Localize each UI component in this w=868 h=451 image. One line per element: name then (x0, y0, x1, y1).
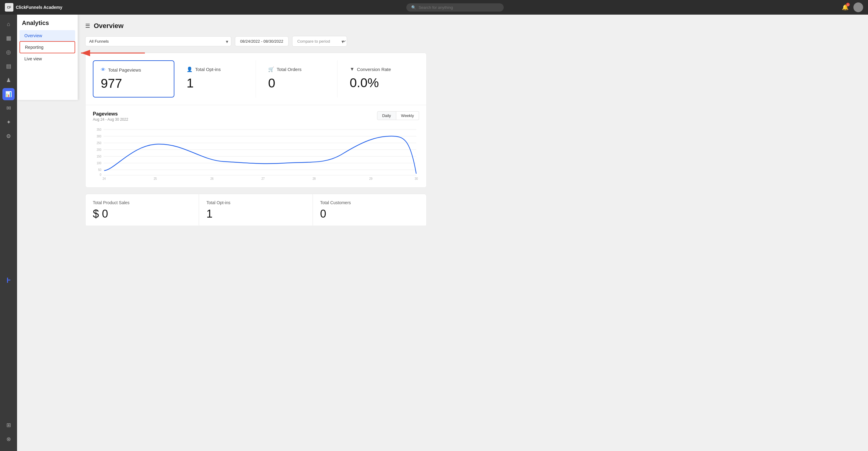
search-input[interactable] (418, 5, 434, 10)
svg-text:200: 200 (96, 148, 101, 151)
svg-text:0: 0 (100, 173, 101, 176)
bottom-card-value-sales: $ 0 (93, 207, 191, 220)
stat-card-conversion[interactable]: ▼ Conversion Rate 0.0% (338, 60, 419, 97)
chart-line (104, 136, 416, 174)
bottom-card-sales: Total Product Sales $ 0 (86, 194, 199, 225)
bottom-card-value-optins: 1 (206, 207, 305, 220)
analytics-card: 👁 Total Pageviews 977 👤 Total Opt-ins 1 … (85, 53, 427, 188)
search-area: 🔍 (68, 3, 434, 11)
hamburger-icon[interactable]: ☰ (85, 23, 90, 29)
sidebar-icon-home[interactable]: ⌂ (2, 18, 14, 30)
stat-label-text-conversion: Conversion Rate (357, 67, 391, 72)
chart-toggle: Daily Weekly (377, 111, 419, 120)
funnel-select-wrapper: All Funnels (85, 36, 231, 46)
chart-title-area: Pageviews Aug 24 - Aug 30 2022 (93, 111, 128, 121)
optins-icon: 👤 (187, 66, 193, 72)
flyout-item-reporting[interactable]: Reporting (20, 41, 75, 53)
sidebar-icon-people[interactable]: ♟ (2, 74, 14, 86)
svg-text:150: 150 (96, 155, 101, 158)
stats-grid: 👁 Total Pageviews 977 👤 Total Opt-ins 1 … (86, 53, 426, 105)
compare-select-wrapper: Compare to period (292, 36, 347, 47)
page-header: ☰ Overview (85, 22, 427, 30)
svg-text:100: 100 (96, 162, 101, 165)
stat-card-optins[interactable]: 👤 Total Opt-ins 1 (175, 60, 256, 97)
chart-svg: 350 300 250 200 150 100 50 0 (93, 126, 419, 181)
svg-text:29: 29 (369, 177, 372, 180)
toggle-daily[interactable]: Daily (377, 111, 396, 120)
chart-header: Pageviews Aug 24 - Aug 30 2022 Daily Wee… (93, 111, 419, 121)
svg-text:26: 26 (210, 177, 213, 180)
search-icon: 🔍 (411, 5, 416, 10)
chart-subtitle: Aug 24 - Aug 30 2022 (93, 117, 128, 121)
chart-section: Pageviews Aug 24 - Aug 30 2022 Daily Wee… (86, 105, 426, 188)
stat-label-text-optins: Total Opt-ins (195, 67, 221, 72)
bottom-card-label-customers: Total Customers (320, 200, 419, 205)
stat-value-pageviews: 977 (101, 76, 166, 91)
sidebar-icon-orders[interactable]: ▤ (2, 60, 14, 72)
sidebar-icon-messages[interactable]: ✉ (2, 102, 14, 114)
search-bar[interactable]: 🔍 (406, 3, 434, 11)
sidebar-icon-analytics[interactable]: 📊 (2, 88, 14, 100)
sidebar-icon-contacts[interactable]: ◎ (2, 46, 14, 58)
main-content: ☰ Overview All Funnels 08/24/2022 - 08/3… (78, 15, 434, 225)
logo-box: CF (5, 3, 13, 11)
bottom-card-label-sales: Total Product Sales (93, 200, 191, 205)
stat-label-text-orders: Total Orders (277, 67, 302, 72)
stat-label-pageviews: 👁 Total Pageviews (101, 67, 166, 73)
flyout-item-overview[interactable]: Overview (20, 30, 75, 41)
stat-value-optins: 1 (187, 76, 248, 90)
stat-value-orders: 0 (268, 76, 330, 90)
svg-text:250: 250 (96, 141, 101, 145)
chart-title: Pageviews (93, 111, 128, 117)
bottom-card-optins: Total Opt-ins 1 (199, 194, 313, 225)
flyout-item-liveview[interactable]: Live view (20, 53, 75, 64)
sidebar-icon-affiliate[interactable]: ✦ (2, 116, 14, 128)
conversion-icon: ▼ (350, 66, 354, 72)
sidebar: ⌂ ▦ ◎ ▤ ♟ 📊 ✉ ✦ ⚙ Ͱ ⊞ ⊗ (0, 15, 17, 225)
date-range-button[interactable]: 08/24/2022 - 08/30/2022 (235, 36, 288, 46)
compare-select[interactable]: Compare to period (292, 36, 347, 47)
stat-label-text-pageviews: Total Pageviews (108, 67, 141, 73)
orders-icon: 🛒 (268, 66, 274, 72)
svg-text:25: 25 (154, 177, 157, 180)
stat-card-orders[interactable]: 🛒 Total Orders 0 (256, 60, 338, 97)
svg-text:28: 28 (313, 177, 316, 180)
topbar: CF ClickFunnels Academy 🔍 🔔 1 (0, 0, 434, 15)
stat-label-orders: 🛒 Total Orders (268, 66, 330, 72)
svg-text:24: 24 (102, 177, 106, 180)
svg-text:27: 27 (261, 177, 265, 180)
app-logo[interactable]: CF ClickFunnels Academy (5, 3, 62, 11)
svg-text:30: 30 (414, 177, 417, 180)
svg-text:350: 350 (96, 128, 101, 131)
filters-row: All Funnels 08/24/2022 - 08/30/2022 Comp… (85, 36, 427, 47)
funnel-select[interactable]: All Funnels (85, 36, 231, 46)
bottom-card-customers: Total Customers 0 (313, 194, 426, 225)
sidebar-icon-settings[interactable]: ⚙ (2, 130, 14, 142)
flyout-title: Analytics (17, 20, 78, 30)
bottom-cards: Total Product Sales $ 0 Total Opt-ins 1 … (85, 194, 427, 225)
logo-text: CF (7, 6, 11, 9)
analytics-flyout: Analytics Overview Reporting Live view (17, 15, 78, 100)
sidebar-icon-layout[interactable]: ▦ (2, 32, 14, 44)
page-title: Overview (94, 22, 124, 30)
stat-card-pageviews[interactable]: 👁 Total Pageviews 977 (93, 60, 175, 97)
toggle-weekly[interactable]: Weekly (396, 111, 419, 120)
stat-label-optins: 👤 Total Opt-ins (187, 66, 248, 72)
pageviews-icon: 👁 (101, 67, 105, 73)
chart-container: 350 300 250 200 150 100 50 0 (93, 126, 419, 181)
app-name: ClickFunnels Academy (16, 5, 62, 10)
svg-text:50: 50 (98, 168, 101, 172)
svg-text:300: 300 (96, 135, 101, 138)
stat-value-conversion: 0.0% (350, 76, 412, 90)
bottom-card-value-customers: 0 (320, 207, 419, 220)
bottom-card-label-optins: Total Opt-ins (206, 200, 305, 205)
stat-label-conversion: ▼ Conversion Rate (350, 66, 412, 72)
